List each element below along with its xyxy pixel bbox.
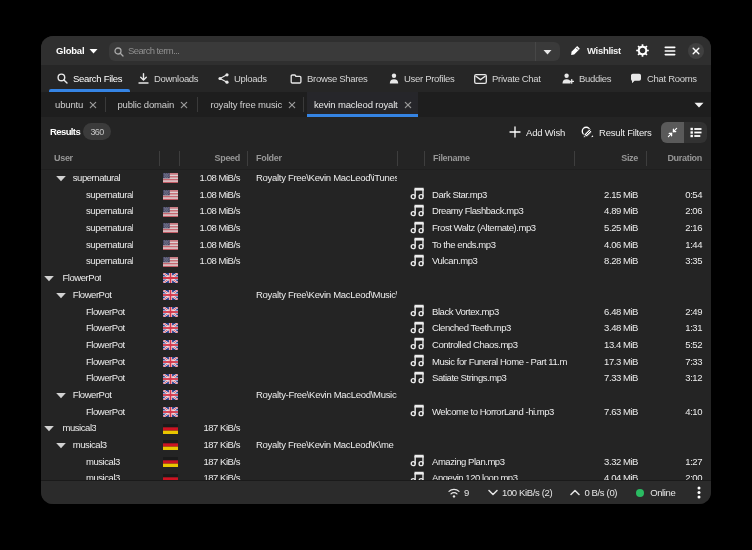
- result-row[interactable]: FlowerPot: [41, 304, 711, 321]
- download-rate-status[interactable]: 100 KiB/s (2): [488, 487, 552, 498]
- main-tab-chat-rooms[interactable]: Chat Rooms: [622, 65, 705, 92]
- close-tab-icon[interactable]: [288, 101, 296, 109]
- result-row[interactable]: musical3 187 KiB/s: [41, 454, 711, 471]
- result-row[interactable]: FlowerPot: [41, 404, 711, 421]
- result-row[interactable]: supernatural 1.08 MiB/s: [41, 187, 711, 204]
- column-header-folder[interactable]: Folder: [256, 147, 282, 170]
- close-tab-icon[interactable]: [180, 101, 188, 109]
- result-row[interactable]: supernatural 1.08 MiB/s: [41, 253, 711, 270]
- chevron-up-icon: [570, 489, 580, 496]
- result-row[interactable]: supernatural 1.08 MiB/s: [41, 203, 711, 220]
- expander-icon[interactable]: [56, 442, 66, 449]
- size-cell: 2.15 MiB: [604, 187, 638, 204]
- close-tab-icon[interactable]: [89, 101, 97, 109]
- share-icon: [218, 73, 229, 84]
- search-placeholder: Search term...: [128, 45, 179, 56]
- filename-cell: Amazing Plan.mp3: [432, 454, 574, 471]
- close-tab-icon[interactable]: [404, 101, 412, 109]
- expander-icon[interactable]: [56, 175, 66, 182]
- column-header-user[interactable]: User: [54, 147, 73, 170]
- result-row[interactable]: supernatural 1.08 MiB/s: [41, 220, 711, 237]
- filter-edit-icon: [581, 126, 594, 139]
- window-close-button[interactable]: [688, 43, 704, 59]
- filename-cell: [432, 437, 574, 454]
- column-separator[interactable]: [574, 151, 575, 166]
- chevron-down-icon: [694, 102, 704, 108]
- upload-rate-status[interactable]: 0 B/s (0): [570, 487, 617, 498]
- main-tab-downloads[interactable]: Downloads: [130, 65, 206, 92]
- search-scope-label: Global: [56, 45, 84, 56]
- folder-icon: [290, 74, 302, 84]
- column-separator[interactable]: [159, 151, 160, 166]
- search-tab-public-domain[interactable]: public domain: [105, 92, 197, 117]
- result-row[interactable]: FlowerPot: [41, 337, 711, 354]
- user-cell: FlowerPot: [73, 287, 112, 304]
- expander-icon[interactable]: [44, 275, 54, 282]
- country-flag-icon: [163, 340, 178, 350]
- column-separator[interactable]: [247, 151, 248, 166]
- main-tab-browse-shares[interactable]: Browse Shares: [282, 65, 376, 92]
- search-icon: [57, 73, 68, 84]
- chevron-down-icon: [488, 489, 498, 496]
- column-header-duration[interactable]: Duration: [667, 147, 702, 170]
- result-row[interactable]: FlowerPot: [41, 370, 711, 387]
- result-row[interactable]: musical3 187 KiB/s: [41, 420, 711, 437]
- wishlist-button[interactable]: Wishlist: [562, 39, 629, 62]
- result-row[interactable]: supernatural 1.08 MiB/s Royalty: [41, 170, 711, 187]
- column-header-filename[interactable]: Filename: [433, 147, 470, 170]
- file-grouping-toggle[interactable]: [684, 122, 707, 144]
- column-header-speed[interactable]: Speed: [214, 147, 240, 170]
- search-tab-royalty-free-music[interactable]: royalty free music: [197, 92, 303, 117]
- main-menu-button[interactable]: [658, 39, 681, 62]
- filename-cell: Dark Star.mp3: [432, 187, 574, 204]
- user-cell: FlowerPot: [86, 354, 125, 371]
- tab-overflow-button[interactable]: [686, 92, 711, 117]
- result-row[interactable]: supernatural 1.08 MiB/s: [41, 237, 711, 254]
- filename-cell: Welcome to HorrorLand -hi.mp3: [432, 404, 574, 421]
- column-separator[interactable]: [424, 151, 425, 166]
- expander-icon[interactable]: [56, 292, 66, 299]
- speed-cell: 1.08 MiB/s: [200, 253, 240, 270]
- main-tab-search-files[interactable]: Search Files: [49, 65, 130, 92]
- result-row[interactable]: FlowerPot Royalty-Free\Kevin Ma: [41, 387, 711, 404]
- column-separator[interactable]: [397, 151, 398, 166]
- column-separator[interactable]: [646, 151, 647, 166]
- folder-cell: Royalty-Free\Kevin MacLeod\Music: [256, 387, 397, 404]
- duration-cell: 5:52: [685, 337, 702, 354]
- folder-cell: [256, 304, 397, 321]
- search-tab-kevin-macleod-royalt[interactable]: kevin macleod royalt: [307, 92, 419, 117]
- folder-cell: [256, 354, 397, 371]
- folder-cell: [256, 454, 397, 471]
- search-scope-dropdown[interactable]: Global: [49, 39, 105, 62]
- column-separator[interactable]: [179, 151, 180, 166]
- search-history-dropdown-icon[interactable]: [543, 49, 552, 55]
- result-row[interactable]: FlowerPot: [41, 354, 711, 371]
- main-tab-uploads[interactable]: Uploads: [210, 65, 275, 92]
- preferences-button[interactable]: [631, 39, 654, 62]
- add-wish-button[interactable]: Add Wish: [503, 121, 571, 143]
- result-row[interactable]: musical3 187 KiB/s: [41, 470, 711, 480]
- country-flag-icon: [163, 440, 178, 450]
- scan-status[interactable]: 9: [448, 487, 469, 498]
- result-row[interactable]: musical3 187 KiB/s Royalty Free\: [41, 437, 711, 454]
- result-row[interactable]: FlowerPot Royalty Free\Kevin Ma: [41, 287, 711, 304]
- main-tab-private-chat[interactable]: Private Chat: [466, 65, 549, 92]
- collapse-all-toggle[interactable]: [661, 122, 684, 144]
- expander-icon[interactable]: [56, 392, 66, 399]
- size-cell: 8.28 MiB: [604, 253, 638, 270]
- result-row[interactable]: FlowerPot: [41, 320, 711, 337]
- folder-cell: [256, 370, 397, 387]
- main-tab-user-profiles[interactable]: User Profiles: [381, 65, 462, 92]
- column-header-size[interactable]: Size: [621, 147, 638, 170]
- result-filters-button[interactable]: Result Filters: [575, 121, 658, 143]
- view-toggle-group: [661, 122, 707, 144]
- wifi-icon: [448, 488, 460, 498]
- search-tab-ubuntu[interactable]: ubuntu: [41, 92, 105, 117]
- expander-icon[interactable]: [44, 425, 54, 432]
- status-menu-button[interactable]: [689, 483, 709, 503]
- result-row[interactable]: FlowerPot: [41, 270, 711, 287]
- connection-status[interactable]: Online: [636, 487, 675, 498]
- filename-cell: Controlled Chaos.mp3: [432, 337, 574, 354]
- search-input[interactable]: Search term...: [109, 42, 560, 61]
- main-tab-buddies[interactable]: Buddies: [554, 65, 619, 92]
